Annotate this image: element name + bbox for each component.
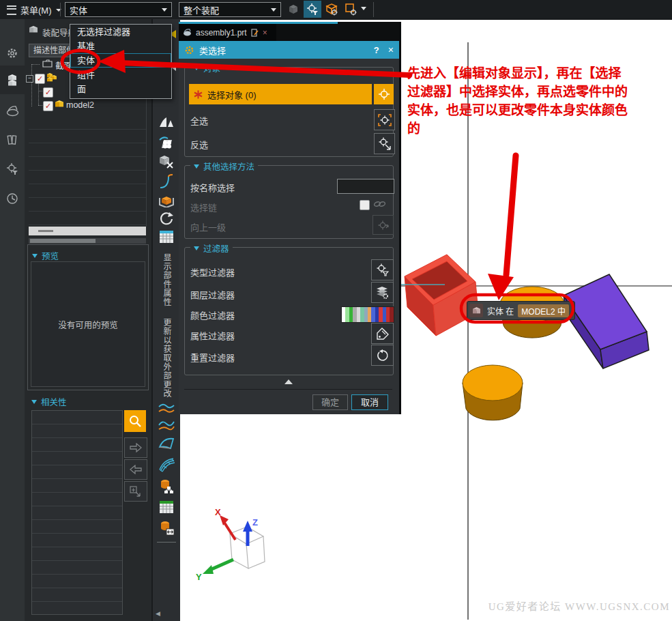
select-object-row[interactable]: 选择对象 (0) xyxy=(189,84,372,104)
show-hide-button[interactable] xyxy=(342,1,360,18)
tree-item-model2[interactable]: model2 xyxy=(66,100,94,110)
vertical-label-show-part-attributes[interactable]: 显示部件属性 xyxy=(161,253,173,306)
selection-scope-combo[interactable]: 整个装配 xyxy=(179,2,281,17)
menu-button[interactable]: 菜单(M) xyxy=(7,3,61,16)
horizontal-scrollbar[interactable] xyxy=(29,227,146,235)
dependencies-expand-button[interactable] xyxy=(124,481,147,502)
dependencies-header[interactable]: 相关性 xyxy=(31,395,67,408)
sidebar-settings-tab[interactable] xyxy=(5,46,19,60)
rotate-tool-icon[interactable] xyxy=(157,212,176,227)
vertical-toolbar: 显示部件属性 更新以获取外部更改 ◀ xyxy=(151,19,180,621)
cancel-button[interactable]: 取消 xyxy=(351,394,388,410)
tree-checkbox[interactable]: ✓ xyxy=(43,87,53,98)
delete-body-icon[interactable] xyxy=(157,154,176,169)
dependencies-panel: 相关性 xyxy=(27,392,147,620)
draft-tool-icon[interactable] xyxy=(157,115,176,130)
annotation-line: 过滤器】中选择实体，再点选零件中的 xyxy=(407,83,671,102)
tab-assembly1[interactable]: assembly1.prt × xyxy=(179,24,276,41)
annotation-line: 的 xyxy=(407,120,671,139)
layer-filter-button[interactable] xyxy=(371,282,394,303)
scrollbar-thumb[interactable] xyxy=(30,239,96,243)
select-all-button[interactable] xyxy=(374,109,395,130)
sidebar-assembly-navigator-tab[interactable] xyxy=(5,73,19,87)
spreadsheet-icon[interactable] xyxy=(157,229,176,244)
tree-expander[interactable]: − xyxy=(26,75,33,83)
invert-selection-label: 反选 xyxy=(190,138,208,151)
folder-icon xyxy=(42,59,53,68)
up-one-level-button[interactable] xyxy=(372,215,394,235)
dropdown-item-datum[interactable]: 基准 xyxy=(70,39,171,53)
part-structure-icon[interactable] xyxy=(157,478,176,495)
navigator-part-icon xyxy=(29,25,39,35)
color-swatch[interactable] xyxy=(390,307,393,322)
sidebar-constraint-tab[interactable] xyxy=(5,104,19,117)
objects-group: 对象 选择对象 (0) 全选 xyxy=(184,67,394,157)
sidebar-selection-tab[interactable] xyxy=(5,162,19,176)
bridge-curve-icon[interactable] xyxy=(157,173,176,190)
tree-checkbox[interactable]: ✓ xyxy=(43,101,53,111)
objects-section-header[interactable]: 对象 xyxy=(190,61,224,74)
selection-filter-combo[interactable]: 实体 xyxy=(65,2,172,17)
type-filter-button[interactable] xyxy=(371,259,394,280)
blend-tool-icon[interactable] xyxy=(157,135,176,150)
extract-body-icon[interactable] xyxy=(157,193,176,208)
dependencies-list[interactable] xyxy=(31,410,123,615)
reset-filter-button[interactable] xyxy=(371,345,394,366)
attribute-filter-label: 属性过滤器 xyxy=(190,329,235,342)
reset-icon xyxy=(377,349,389,362)
dialog-titlebar[interactable]: 类选择 ? × xyxy=(179,41,399,59)
snap-point-button[interactable] xyxy=(285,1,302,18)
color-filter-strip[interactable] xyxy=(341,306,394,323)
tooltip-cube-icon xyxy=(469,304,483,317)
filters-header[interactable]: 过滤器 xyxy=(190,242,233,255)
dependencies-back-button[interactable] xyxy=(124,459,147,480)
magnifier-icon xyxy=(128,414,142,428)
tab-close-icon[interactable]: × xyxy=(263,28,267,38)
dialog-close-button[interactable]: × xyxy=(388,44,394,55)
selection-chain-checkbox[interactable] xyxy=(360,200,370,210)
studio-spline-icon[interactable] xyxy=(157,418,176,432)
dropdown-caret-button[interactable] xyxy=(361,7,366,10)
forum-watermark: UG爱好者论坛 WWW.UGSNX.COM xyxy=(478,598,670,613)
selection-scope-value: 整个装配 xyxy=(184,3,219,16)
table-icon[interactable] xyxy=(157,499,176,515)
panel-collapse-arrow[interactable]: ◀ xyxy=(156,610,160,617)
sidebar-history-tab[interactable] xyxy=(5,192,19,205)
dependencies-search-button[interactable] xyxy=(124,410,146,432)
class-selection-dialog: assembly1.prt × 类选择 ? × 对象 xyxy=(179,22,401,414)
ok-button[interactable]: 确定 xyxy=(312,394,348,410)
vertical-label-update-external-changes[interactable]: 更新以获取外部更改 xyxy=(161,318,173,398)
top-toolbar: 菜单(M) 实体 整个装配 xyxy=(0,0,672,20)
dialog-collapse-arrow[interactable] xyxy=(284,379,293,384)
sidebar-reuse-library-tab[interactable] xyxy=(5,133,19,147)
dropdown-item-component[interactable]: 组件 xyxy=(70,68,171,82)
triangle-down-icon xyxy=(32,254,38,258)
selection-filter-dropdown: 无选择过滤器 基准 实体 组件 面 xyxy=(70,24,172,99)
select-object-button[interactable] xyxy=(374,84,394,104)
tooltip-highlight: MODEL2 中 xyxy=(518,304,569,317)
dialog-help-button[interactable]: ? xyxy=(374,45,379,55)
filters-title: 过滤器 xyxy=(203,242,229,255)
class-selection-gear-icon xyxy=(184,45,194,55)
mesh-surface-icon[interactable] xyxy=(157,457,176,473)
preview-header[interactable]: 预览 xyxy=(32,249,59,262)
horizontal-scrollbar-2[interactable] xyxy=(29,238,146,244)
tree-connector xyxy=(31,64,33,106)
dropdown-item-solid[interactable]: 实体 xyxy=(70,53,171,68)
other-methods-header[interactable]: 其他选择方法 xyxy=(190,160,258,173)
scrollbar-thumb[interactable] xyxy=(38,230,53,232)
dropdown-item-face[interactable]: 面 xyxy=(70,82,171,96)
tree-checkbox[interactable]: ✓ xyxy=(35,74,45,84)
attribute-filter-button[interactable] xyxy=(371,323,394,344)
dependencies-forward-button[interactable] xyxy=(124,437,147,458)
select-by-name-input[interactable] xyxy=(337,179,394,194)
move-body-icon[interactable] xyxy=(157,519,176,537)
triangle-down-icon xyxy=(31,400,37,404)
edit-object-display-button[interactable] xyxy=(323,1,341,18)
gear-icon xyxy=(6,47,18,59)
spline-icon[interactable] xyxy=(157,401,176,415)
selection-filter-active-button[interactable] xyxy=(304,1,321,18)
sheet-surface-icon[interactable] xyxy=(157,435,176,452)
invert-selection-button[interactable] xyxy=(374,133,395,154)
dropdown-item-no-filter[interactable]: 无选择过滤器 xyxy=(70,25,171,39)
